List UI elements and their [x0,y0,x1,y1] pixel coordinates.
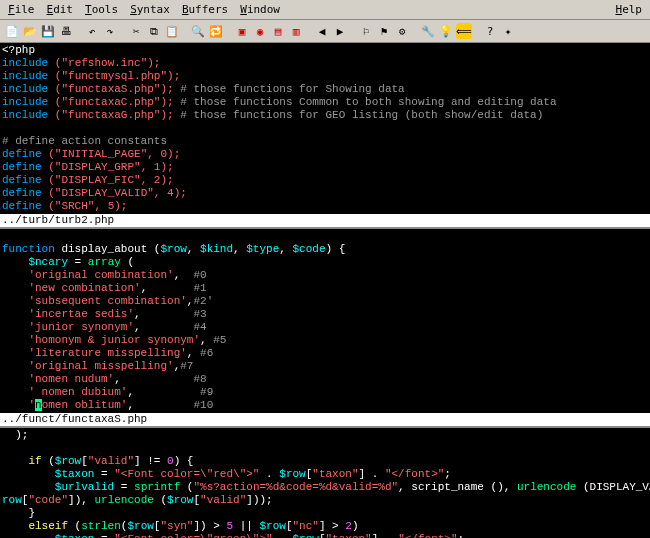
print-icon[interactable]: 🖶 [58,23,74,39]
arrow-yellow-icon[interactable]: ⟸ [456,23,472,39]
func-name: display_about ( [55,243,161,255]
comment: #7 [180,360,193,372]
comment: # define action constants [2,135,167,147]
variable: $kind [200,243,233,255]
editor-pane-3[interactable]: ); if ($row["valid"] != 0) { $taxon = "<… [0,428,650,538]
menu-right: Help [610,1,649,18]
comment: #1 [193,282,206,294]
comment: # those functions Common to both showing… [180,96,556,108]
variable: $code [292,243,325,255]
comment: #8 [193,373,206,385]
tool-a-icon[interactable]: ⚐ [358,23,374,39]
string: omen oblitum' [42,399,128,411]
keyword-define: define [2,200,42,212]
redo-icon[interactable]: ↷ [102,23,118,39]
comment: #4 [193,321,206,333]
bulb-icon[interactable]: 💡 [438,23,454,39]
string: ("DISPLAY_VALID", 4); [48,187,187,199]
menu-bar: File Edit Tools Syntax Buffers Window He… [0,0,650,20]
editor-pane-2[interactable]: function display_about ($row, $kind, $ty… [0,229,650,413]
menu-left: File Edit Tools Syntax Buffers Window [2,1,286,18]
open-file-icon[interactable]: 📂 [22,23,38,39]
wrench-icon[interactable]: 🔧 [420,23,436,39]
keyword-if: if [28,455,41,467]
keyword-define: define [2,148,42,160]
keyword-include: include [2,109,48,121]
tag-prev-icon[interactable]: ◀ [314,23,330,39]
keyword-include: include [2,57,48,69]
toolbar: 📄 📂 💾 🖶 ↶ ↷ ✂ ⧉ 📋 🔍 🔁 ▣ ◉ ▤ ▥ ◀ ▶ ⚐ ⚑ ⚙ … [0,20,650,43]
string: ("DISPLAY_GRP", 1); [48,161,173,173]
variable: $row [160,243,186,255]
replace-icon[interactable]: 🔁 [208,23,224,39]
comment: #5 [213,334,226,346]
paste-icon[interactable]: 📋 [164,23,180,39]
tag-next-icon[interactable]: ▶ [332,23,348,39]
modeline-1: ../turb/turb2.php [0,214,650,227]
string: 'subsequent combination' [28,295,186,307]
string: 'new combination' [28,282,140,294]
string: ("functaxaG.php"); [55,109,174,121]
keyword-define: define [2,174,42,186]
keyword-include: include [2,96,48,108]
string: ("functaxaS.php"); [55,83,174,95]
comment: #3 [193,308,206,320]
menu-syntax[interactable]: Syntax [124,1,176,18]
save-icon[interactable]: 💾 [40,23,56,39]
find-icon[interactable]: 🔍 [190,23,206,39]
tool-c-icon[interactable]: ⚙ [394,23,410,39]
help-icon[interactable]: ? [482,23,498,39]
string: ("functmysql.php"); [55,70,180,82]
cut-icon[interactable]: ✂ [128,23,144,39]
editor-pane-1[interactable]: <?php include ("refshow.inc"); include (… [0,43,650,214]
keyword-array: array [88,256,121,268]
copy-icon[interactable]: ⧉ [146,23,162,39]
menu-tools[interactable]: Tools [79,1,124,18]
variable: $type [246,243,279,255]
undo-icon[interactable]: ↶ [84,23,100,39]
string: ("SRCH", 5); [48,200,127,212]
keyword-function: function [2,243,55,255]
string: 'junior synonym' [28,321,134,333]
bookmark-icon[interactable]: ✦ [500,23,516,39]
code-line: <?php [2,44,35,56]
script2-icon[interactable]: ◉ [252,23,268,39]
script1-icon[interactable]: ▣ [234,23,250,39]
comment: # those functions for Showing data [180,83,404,95]
comment: #9 [200,386,213,398]
comment: #2' [193,295,213,307]
string: 'homonym & junior synonym' [28,334,200,346]
menu-window[interactable]: Window [234,1,286,18]
comment: # those functions for GEO listing (both … [180,109,543,121]
menu-buffers[interactable]: Buffers [176,1,234,18]
script3-icon[interactable]: ▤ [270,23,286,39]
comment: #6 [200,347,213,359]
string: 'original misspelling' [28,360,173,372]
keyword-define: define [2,161,42,173]
string: ' nomen dubium' [28,386,127,398]
string: ("refshow.inc"); [55,57,161,69]
comment: #0 [193,269,206,281]
string: 'original combination' [28,269,173,281]
keyword-elseif: elseif [28,520,68,532]
cursor-highlight: n [35,399,42,411]
string: ("INITIAL_PAGE", 0); [48,148,180,160]
string: 'incertae sedis' [28,308,134,320]
string: 'literature misspelling' [28,347,186,359]
menu-edit[interactable]: Edit [41,1,80,18]
keyword-define: define [2,187,42,199]
variable: $ncary [28,256,68,268]
string: ("functaxaC.php"); [55,96,174,108]
comment: #10 [193,399,213,411]
menu-help[interactable]: Help [610,1,649,18]
keyword-include: include [2,83,48,95]
script4-icon[interactable]: ▥ [288,23,304,39]
new-file-icon[interactable]: 📄 [4,23,20,39]
keyword-include: include [2,70,48,82]
menu-file[interactable]: File [2,1,41,18]
tool-b-icon[interactable]: ⚑ [376,23,392,39]
string: 'nomen nudum' [28,373,114,385]
modeline-2: ../funct/functaxaS.php [0,413,650,426]
string: ("DISPLAY_FIC", 2); [48,174,173,186]
